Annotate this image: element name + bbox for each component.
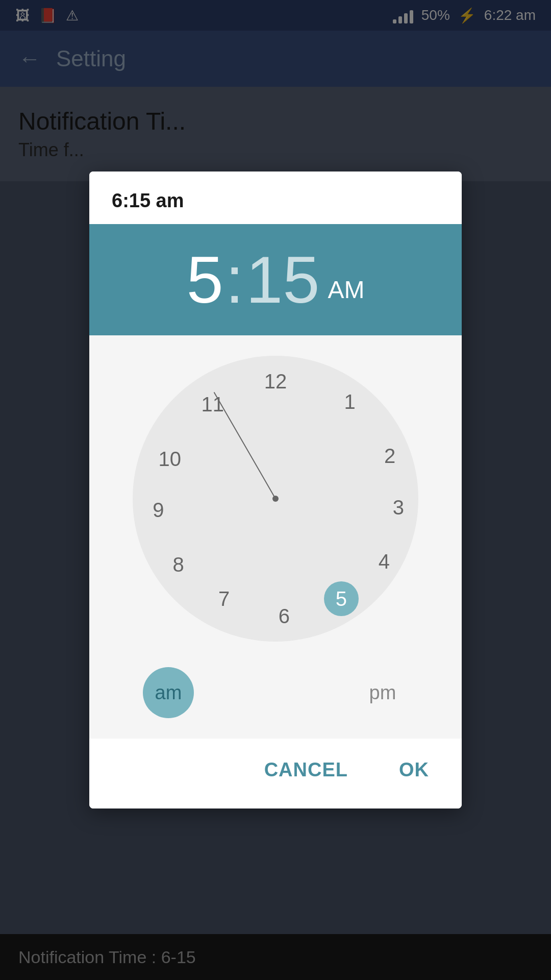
time-colon: : [226, 247, 244, 313]
pm-button[interactable]: pm [357, 667, 408, 718]
time-ampm: AM [328, 276, 365, 304]
am-button[interactable]: am [143, 667, 194, 718]
clock-number-6[interactable]: 6 [279, 604, 290, 627]
clock-face[interactable]: 12 1 2 3 4 5 6 7 8 9 10 11 [133, 356, 418, 642]
ok-button[interactable]: OK [389, 754, 439, 786]
clock-number-5[interactable]: 5 [324, 581, 359, 616]
clock-number-3[interactable]: 3 [393, 496, 404, 519]
clock-area: 12 1 2 3 4 5 6 7 8 9 10 11 am pm [89, 335, 462, 739]
clock-number-7[interactable]: 7 [218, 587, 230, 610]
clock-hand [214, 392, 276, 499]
dialog-header-time: 6:15 am [112, 190, 184, 211]
clock-center [272, 496, 279, 502]
dialog-actions: CANCEL OK [89, 739, 462, 808]
clock-number-9[interactable]: 9 [153, 499, 164, 522]
time-hour[interactable]: 5 [186, 247, 223, 313]
clock-number-4[interactable]: 4 [379, 550, 390, 573]
cancel-button[interactable]: CANCEL [254, 754, 358, 786]
clock-number-2[interactable]: 2 [384, 445, 395, 468]
time-display: 5 : 15 AM [89, 224, 462, 335]
clock-number-1[interactable]: 1 [344, 390, 355, 413]
ampm-row: am pm [133, 667, 418, 718]
clock-number-8[interactable]: 8 [172, 553, 184, 576]
time-picker-dialog: 6:15 am 5 : 15 AM 12 1 2 3 4 5 6 7 8 9 [89, 172, 462, 808]
time-minutes[interactable]: 15 [246, 247, 320, 313]
dialog-header: 6:15 am [89, 172, 462, 224]
clock-number-12[interactable]: 12 [264, 370, 287, 393]
clock-number-10[interactable]: 10 [159, 447, 182, 470]
dialog-overlay: 6:15 am 5 : 15 AM 12 1 2 3 4 5 6 7 8 9 [0, 0, 551, 980]
